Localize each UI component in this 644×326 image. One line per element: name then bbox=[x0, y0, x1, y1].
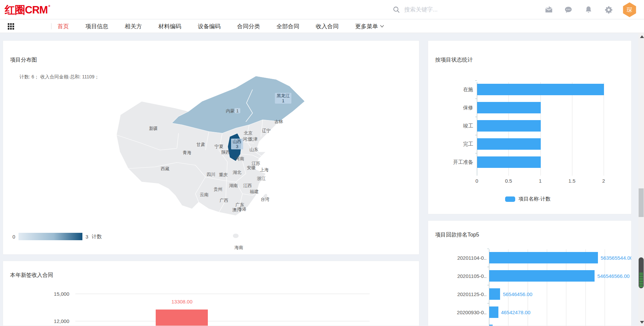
status-xtick: 1.5 bbox=[568, 178, 575, 184]
status-category: 竣工 bbox=[463, 123, 473, 129]
top5-value: 56546456.00 bbox=[503, 291, 532, 297]
map-legend-label: 计数 bbox=[92, 233, 102, 240]
china-map[interactable] bbox=[94, 66, 323, 254]
top5-tick bbox=[487, 303, 489, 303]
nav-item-contract-category[interactable]: 合同分类 bbox=[237, 23, 260, 30]
status-chart-legend[interactable]: 项目名称·计数 bbox=[505, 196, 551, 202]
gear-icon[interactable] bbox=[605, 6, 613, 14]
status-xtick: 1 bbox=[539, 178, 541, 184]
top5-tick bbox=[487, 285, 489, 285]
nav-item-home[interactable]: 首页 bbox=[58, 23, 69, 30]
status-gridline bbox=[572, 82, 572, 176]
nav-menu: 首页项目信息相关方材料编码设备编码合同分类全部合同收入合同更多菜单 bbox=[58, 20, 384, 33]
scrollbar-thumb[interactable] bbox=[639, 188, 644, 217]
status-category: 保修 bbox=[463, 105, 473, 111]
user-avatar[interactable]: 琛 bbox=[622, 2, 637, 17]
top5-bar[interactable] bbox=[489, 252, 598, 263]
global-search bbox=[393, 4, 534, 15]
year-ytick: 15,000 bbox=[46, 291, 69, 297]
search-input[interactable] bbox=[404, 6, 519, 13]
year-bar[interactable] bbox=[156, 310, 208, 326]
year-gridline bbox=[75, 321, 370, 321]
logo-degree-mark: ° bbox=[48, 4, 50, 10]
top5-tick bbox=[487, 267, 489, 267]
status-tick bbox=[475, 80, 477, 81]
nav-item-more-menu[interactable]: 更多菜单 bbox=[355, 23, 384, 30]
status-category: 在施 bbox=[463, 86, 473, 93]
status-tick bbox=[475, 153, 477, 153]
map-legend-gradient[interactable] bbox=[18, 233, 82, 240]
year-ytick: 12,000 bbox=[46, 318, 69, 324]
top5-bar[interactable] bbox=[489, 288, 500, 300]
top5-category: 20201105-0.. bbox=[457, 273, 487, 279]
status-tick bbox=[475, 99, 477, 99]
status-xtick: 0.5 bbox=[505, 178, 512, 184]
map-legend-min: 0 bbox=[12, 234, 15, 240]
top5-bar[interactable] bbox=[489, 270, 595, 282]
year-gridline bbox=[75, 294, 370, 294]
map-region-taiwan bbox=[262, 193, 268, 201]
nav-item-device-code[interactable]: 设备编码 bbox=[198, 23, 221, 30]
year-bar-value: 13308.00 bbox=[172, 299, 193, 304]
status-category: 完工 bbox=[463, 141, 473, 147]
top5-value: 46542478.00 bbox=[501, 310, 531, 315]
apps-grid-icon[interactable] bbox=[8, 23, 14, 30]
status-gridline bbox=[604, 82, 604, 176]
scrollbar-down-arrow[interactable] bbox=[640, 321, 644, 324]
top5-category: 20201104-0.. bbox=[457, 255, 487, 261]
top5-bar[interactable] bbox=[489, 306, 498, 318]
card-project-map: 项目分布图 计数: 6； 收入合同金额·总和: 11109； 黑龙江1内蒙1吉林… bbox=[3, 40, 419, 255]
status-xtick: 0 bbox=[476, 178, 478, 184]
chevron-down-icon bbox=[380, 25, 384, 28]
card-payment-top5: 项目回款排名Top5 20201104-0..563565544.0020201… bbox=[428, 220, 632, 326]
top5-category: 20201125-0.. bbox=[457, 291, 487, 297]
legend-swatch bbox=[505, 196, 515, 202]
status-bar[interactable] bbox=[477, 120, 541, 132]
nav-item-project-info[interactable]: 项目信息 bbox=[85, 23, 108, 30]
status-bar[interactable] bbox=[477, 138, 541, 150]
status-tick bbox=[475, 117, 477, 117]
top5-value: 563565544.00 bbox=[601, 255, 632, 261]
logo-text: 红圈CRM bbox=[5, 4, 48, 16]
top5-category: 20200930-0.. bbox=[457, 310, 487, 315]
legend-label: 项目名称·计数 bbox=[519, 196, 551, 202]
map-legend: 0 3 计数 bbox=[12, 232, 102, 241]
card-year-contract: 本年新签收入合同 15,00012,00013308.00 bbox=[3, 261, 419, 326]
year-chart-title: 本年新签收入合同 bbox=[10, 272, 53, 279]
nav-item-income-contracts[interactable]: 收入合同 bbox=[316, 23, 339, 30]
main-nav: 首页项目信息相关方材料编码设备编码合同分类全部合同收入合同更多菜单 bbox=[0, 20, 644, 33]
top5-chart-title: 项目回款排名Top5 bbox=[435, 231, 479, 239]
map-card-title: 项目分布图 bbox=[10, 57, 37, 64]
status-tick bbox=[475, 135, 477, 135]
status-bar[interactable] bbox=[477, 102, 541, 113]
scroll-recorder-indicator bbox=[639, 257, 644, 288]
scrollbar-up-arrow[interactable] bbox=[640, 35, 644, 38]
nav-divider bbox=[51, 23, 51, 29]
bell-icon[interactable] bbox=[584, 6, 593, 14]
status-bar[interactable] bbox=[477, 156, 541, 168]
map-card-subtitle: 计数: 6； 收入合同金额·总和: 11109； bbox=[20, 74, 99, 80]
app-header: 红圈CRM° 琛 bbox=[0, 0, 644, 19]
nav-item-all-contracts[interactable]: 全部合同 bbox=[276, 23, 299, 30]
top5-gridline bbox=[605, 249, 605, 326]
top5-bar-partial[interactable] bbox=[489, 325, 493, 326]
top5-tick bbox=[487, 249, 489, 249]
status-bar[interactable] bbox=[477, 84, 604, 95]
nav-item-related-party[interactable]: 相关方 bbox=[125, 23, 142, 30]
card-status-stats: 按项目状态统计 00.511.52在施保修竣工完工开工准备 项目名称·计数 bbox=[428, 40, 632, 214]
top5-value: 546546566.00 bbox=[597, 273, 630, 279]
nav-item-material-code[interactable]: 材料编码 bbox=[158, 23, 181, 30]
avatar-text: 琛 bbox=[627, 6, 633, 14]
chat-icon[interactable] bbox=[564, 6, 572, 14]
search-icon[interactable] bbox=[393, 6, 400, 13]
status-xtick: 2 bbox=[602, 178, 605, 184]
mail-icon[interactable] bbox=[545, 6, 553, 14]
status-chart-title: 按项目状态统计 bbox=[435, 57, 473, 64]
app-logo[interactable]: 红圈CRM° bbox=[5, 3, 50, 17]
status-category: 开工准备 bbox=[453, 159, 473, 166]
map-region-hainan bbox=[233, 233, 239, 238]
map-legend-max: 3 bbox=[85, 234, 88, 240]
map-region-inner-mongolia-heilongjiang bbox=[172, 76, 305, 133]
